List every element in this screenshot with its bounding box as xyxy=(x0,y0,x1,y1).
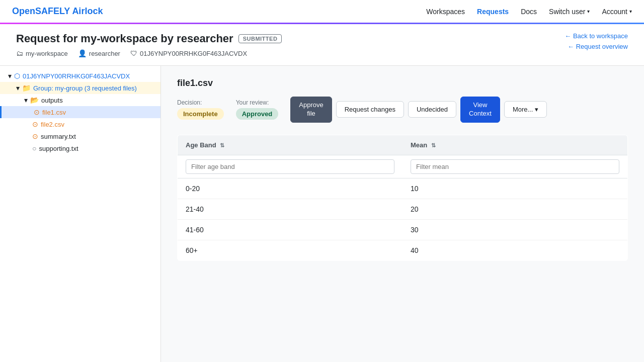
age-band-filter-input[interactable] xyxy=(186,159,394,174)
brand-prefix: OpenSAFELY xyxy=(12,6,70,16)
mean-cell: 30 xyxy=(403,219,628,240)
supporting-label: supporting.txt xyxy=(39,145,78,152)
review-bar: Decision: Incomplete Your review: Approv… xyxy=(177,97,628,123)
brand-suffix: Airlock xyxy=(72,6,103,16)
file2-label: file2.csv xyxy=(41,121,64,128)
mean-cell: 10 xyxy=(403,178,628,199)
your-review-value: Approved xyxy=(236,108,279,120)
mean-sort-icon[interactable]: ⇅ xyxy=(431,142,436,148)
account-chevron-icon: ▾ xyxy=(629,9,632,14)
researcher-name: researcher xyxy=(177,32,233,45)
col-mean-header: Mean ⇅ xyxy=(403,135,628,155)
shield-icon: 🛡 xyxy=(130,49,137,57)
mean-cell: 20 xyxy=(403,199,628,219)
collapse-outputs-icon: ▾ xyxy=(24,96,28,104)
main-layout: ▾ ⬡ 01J6YNPY00RRHKG0F463JACVDX ▾ 📁 Group… xyxy=(0,66,644,362)
file-status-icon-summary: ⊙ xyxy=(32,132,38,140)
brand-logo[interactable]: OpenSAFELY Airlock xyxy=(12,6,103,17)
decision-value: Incomplete xyxy=(177,108,224,120)
page-header-right: ← Back to workspace ← Request overview xyxy=(565,32,628,50)
navbar-links: Workspaces Requests Docs Switch user ▾ A… xyxy=(426,8,632,16)
age-band-filter-cell xyxy=(178,155,403,178)
tree-group-node[interactable]: ▾ 📁 Group: my-group (3 requested files) xyxy=(0,82,160,94)
age-band-cell: 21-40 xyxy=(178,199,403,219)
mean-filter-cell xyxy=(403,155,628,178)
tree-root-node[interactable]: ▾ ⬡ 01J6YNPY00RRHKG0F463JACVDX xyxy=(0,70,160,82)
age-band-cell: 0-20 xyxy=(178,178,403,199)
meta-workspace: 🗂 my-workspace xyxy=(16,49,68,57)
collapse-group-icon: ▾ xyxy=(16,84,20,92)
meta-user: 👤 researcher xyxy=(78,49,120,57)
file-status-icon-file1: ⊙ xyxy=(34,108,40,116)
age-band-cell: 60+ xyxy=(178,240,403,260)
undecided-button[interactable]: Undecided xyxy=(408,101,456,118)
table-row: 21-40 20 xyxy=(178,199,628,219)
database-icon: ⬡ xyxy=(14,72,20,80)
nav-switch-user[interactable]: Switch user ▾ xyxy=(549,8,590,16)
tree-file-summarytxt[interactable]: ⊙ summary.txt xyxy=(0,130,160,142)
col-age-band-header: Age Band ⇅ xyxy=(178,135,403,155)
file-status-icon-file2: ⊙ xyxy=(32,120,38,128)
switch-user-chevron-icon: ▾ xyxy=(587,9,590,14)
view-context-button[interactable]: View Context xyxy=(460,97,500,123)
tree-file-file2csv[interactable]: ⊙ file2.csv xyxy=(0,118,160,130)
page-meta: 🗂 my-workspace 👤 researcher 🛡 01J6YNPY00… xyxy=(16,49,282,57)
file-content-area: file1.csv Decision: Incomplete Your revi… xyxy=(161,66,644,362)
decision-label: Decision: xyxy=(177,99,224,106)
file-status-icon-supporting: ○ xyxy=(32,144,36,152)
workspace-icon: 🗂 xyxy=(16,49,23,57)
file1-label: file1.csv xyxy=(42,109,66,116)
table-header-row: Age Band ⇅ Mean ⇅ xyxy=(178,135,628,155)
nav-docs[interactable]: Docs xyxy=(521,8,537,16)
table-row: 41-60 30 xyxy=(178,219,628,240)
more-options-button[interactable]: More... ▾ xyxy=(504,101,547,118)
page-title-text: Request for my-workspace by researcher xyxy=(16,32,233,45)
page-header: Request for my-workspace by researcher S… xyxy=(0,24,644,66)
user-icon: 👤 xyxy=(78,49,87,57)
mean-cell: 40 xyxy=(403,240,628,260)
summary-label: summary.txt xyxy=(41,133,76,140)
back-to-workspace-link[interactable]: ← Back to workspace xyxy=(565,32,628,40)
tree-outputs-node[interactable]: ▾ 📂 outputs xyxy=(0,94,160,106)
nav-workspaces[interactable]: Workspaces xyxy=(426,8,465,16)
tree-file-supportingtxt[interactable]: ○ supporting.txt xyxy=(0,142,160,154)
decision-section: Decision: Incomplete xyxy=(177,99,224,120)
nav-requests[interactable]: Requests xyxy=(477,8,509,16)
request-changes-button[interactable]: Request changes xyxy=(336,101,404,118)
more-chevron-icon: ▾ xyxy=(535,106,538,113)
request-overview-link[interactable]: ← Request overview xyxy=(568,43,628,50)
collapse-icon: ▾ xyxy=(8,72,12,80)
nav-account[interactable]: Account ▾ xyxy=(602,8,632,16)
table-row: 60+ 40 xyxy=(178,240,628,260)
mean-filter-input[interactable] xyxy=(411,159,619,174)
folder-group-icon: 📁 xyxy=(22,84,31,92)
page-header-left: Request for my-workspace by researcher S… xyxy=(16,32,282,57)
age-band-sort-icon[interactable]: ⇅ xyxy=(220,142,224,148)
file-title: file1.csv xyxy=(177,78,628,88)
folder-outputs-icon: 📂 xyxy=(30,96,39,104)
file-tree-sidebar: ▾ ⬡ 01J6YNPY00RRHKG0F463JACVDX ▾ 📁 Group… xyxy=(0,66,161,362)
meta-id: 🛡 01J6YNPY00RRHKG0F463JACVDX xyxy=(130,49,247,57)
page-title: Request for my-workspace by researcher S… xyxy=(16,32,282,45)
table-row: 0-20 10 xyxy=(178,178,628,199)
status-badge: SUBMITTED xyxy=(238,34,282,43)
your-review-label: Your review: xyxy=(236,99,279,106)
table-filter-row xyxy=(178,155,628,178)
approve-file-button[interactable]: Approve file xyxy=(290,97,332,123)
your-review-section: Your review: Approved xyxy=(236,99,279,120)
data-table: Age Band ⇅ Mean ⇅ xyxy=(177,135,628,261)
navbar: OpenSAFELY Airlock Workspaces Requests D… xyxy=(0,0,644,24)
tree-file-file1csv[interactable]: ⊙ file1.csv xyxy=(0,106,160,118)
age-band-cell: 41-60 xyxy=(178,219,403,240)
